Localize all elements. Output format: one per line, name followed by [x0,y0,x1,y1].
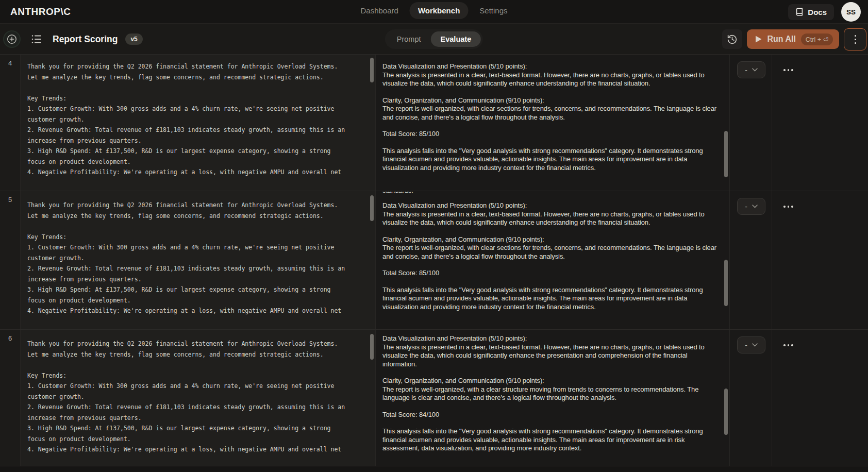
actions-cell [772,191,868,329]
grade-cell: - [730,191,772,329]
play-icon [755,36,762,43]
grade-value: - [745,341,747,349]
eval-cell[interactable]: Data Visualization and Presentation (5/1… [376,55,730,191]
prompt-text: Thank you for providing the Q2 2026 fina… [27,61,350,178]
chevron-down-icon [752,68,758,72]
grade-value: - [745,203,747,211]
dot [855,35,856,37]
eval-paragraph: Clarity, Organization, and Communication… [382,96,717,122]
eval-cell[interactable]: standards. Data Visualization and Presen… [376,191,730,329]
list-icon [30,33,43,45]
scrollbar-thumb[interactable] [724,389,728,435]
dot [783,206,786,208]
plus-circle-icon [6,33,18,45]
mode-switch: Prompt Evaluate [385,29,483,49]
row-number: 6 [0,330,21,466]
prompt-cell[interactable]: Thank you for providing the Q2 2026 fina… [21,191,376,329]
dot [855,39,856,40]
eval-paragraph: Data Visualization and Presentation (5/1… [382,62,717,88]
table-row: 4 Thank you for providing the Q2 2026 fi… [0,55,868,191]
row-more-button[interactable] [783,206,793,208]
prompt-viewport: Thank you for providing the Q2 2026 fina… [21,55,375,178]
eval-text: standards. Data Visualization and Presen… [382,192,717,319]
grade-cell: - [730,330,772,466]
nav-tab-dashboard[interactable]: Dashboard [353,2,407,19]
tab-prompt[interactable]: Prompt [387,31,431,47]
eval-text: Data Visualization and Presentation (5/1… [382,62,717,180]
dot [791,206,793,208]
eval-paragraph: Data Visualization and Presentation (5/1… [382,201,717,227]
run-all-button[interactable]: Run All Ctrl + ⏎ [747,29,839,49]
actions-cell [772,330,868,466]
grade-dropdown[interactable]: - [737,198,765,215]
actions-cell [772,55,868,191]
prompt-text: Thank you for providing the Q2 2026 fina… [27,339,350,453]
row-more-button[interactable] [783,69,793,71]
avatar[interactable]: SS [841,2,861,22]
main-nav-tabs: Dashboard Workbench Settings [353,2,516,19]
clipped-text-line: standards. [382,192,717,195]
dot [783,344,786,346]
eval-cell[interactable]: Data Visualization and Presentation (5/1… [376,330,730,466]
history-icon [727,34,738,45]
prompt-viewport: Thank you for providing the Q2 2026 fina… [21,191,375,317]
run-all-label: Run All [767,35,795,44]
prompt-text: Thank you for providing the Q2 2026 fina… [27,200,350,317]
eval-paragraph: Total Score: 84/100 [382,411,717,419]
toolbar-left-group: Report Scoring v5 [4,24,143,54]
eval-paragraph: This analysis falls into the "Very good … [382,427,717,453]
eval-text: Data Visualization and Presentation (5/1… [382,334,717,461]
evaluation-table: 4 Thank you for providing the Q2 2026 fi… [0,55,868,472]
grade-value: - [745,66,747,74]
eval-paragraph: Total Score: 85/100 [382,130,717,139]
docs-label: Docs [808,8,827,16]
prompt-viewport: Thank you for providing the Q2 2026 fina… [21,330,375,453]
toolbar-right-group: Run All Ctrl + ⏎ [722,24,866,54]
eval-paragraph: Clarity, Organization, and Communication… [382,377,717,402]
chevron-down-icon [752,343,758,347]
nav-tab-workbench[interactable]: Workbench [410,2,468,19]
dot [791,344,793,346]
eval-paragraph: This analysis falls into the "Very good … [382,147,717,173]
eval-paragraph: Clarity, Organization, and Communication… [382,235,717,261]
book-icon [795,8,804,16]
prompt-cell[interactable]: Thank you for providing the Q2 2026 fina… [21,330,376,466]
dot [855,42,856,44]
scrollbar-thumb[interactable] [370,334,374,360]
prompt-cell[interactable]: Thank you for providing the Q2 2026 fina… [21,55,376,191]
dot [788,206,790,208]
run-all-shortcut: Ctrl + ⏎ [801,33,833,45]
prompt-list-button[interactable] [30,32,43,46]
scrollbar-thumb[interactable] [724,260,728,306]
eval-paragraph: Data Visualization and Presentation (5/1… [382,334,717,368]
toolbar-more-button[interactable] [844,28,866,50]
grade-dropdown[interactable]: - [737,336,765,353]
row-number: 4 [0,55,21,191]
nav-tab-settings[interactable]: Settings [471,2,515,19]
docs-button[interactable]: Docs [788,4,834,20]
nav-right-group: Docs SS [788,2,861,22]
top-nav: ANTHROP\C Dashboard Workbench Settings D… [0,0,868,24]
history-button[interactable] [722,29,742,49]
new-prompt-button[interactable] [4,31,20,47]
dot [788,69,790,71]
dot [788,344,790,346]
chevron-down-icon [752,205,758,208]
tab-evaluate[interactable]: Evaluate [431,31,481,47]
page-title: Report Scoring [53,34,118,45]
scrollbar-thumb[interactable] [370,195,374,221]
table-row: 6 Thank you for providing the Q2 2026 fi… [0,330,868,466]
dot [783,69,786,71]
dot [791,69,793,71]
eval-paragraph: This analysis falls into the "Very good … [382,286,717,312]
table-row: 5 Thank you for providing the Q2 2026 fi… [0,191,868,330]
scrollbar-thumb[interactable] [724,131,728,177]
eval-paragraph: Total Score: 85/100 [382,269,717,278]
row-number: 5 [0,191,21,329]
row-more-button[interactable] [783,344,793,346]
workbench-toolbar: Report Scoring v5 Prompt Evaluate Run Al… [0,24,868,55]
grade-cell: - [730,55,772,191]
grade-dropdown[interactable]: - [737,61,765,78]
version-badge[interactable]: v5 [125,33,142,45]
scrollbar-thumb[interactable] [370,58,374,82]
